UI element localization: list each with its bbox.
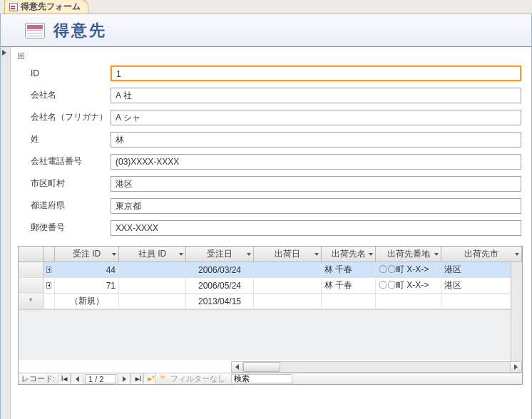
col-ship-name[interactable]: 出荷先名 <box>322 247 376 262</box>
cell-emp-id[interactable] <box>119 278 186 293</box>
form-body: ID 1 会社名 A 社 会社名（フリガナ） A シャ 姓 林 会社電話番号 (… <box>11 47 531 419</box>
label-company: 会社名 <box>31 89 111 101</box>
nav-search-input[interactable] <box>231 374 292 383</box>
sub-empty-area <box>19 309 522 360</box>
sub-row-expand[interactable] <box>44 278 55 293</box>
nav-last-button[interactable]: ►I <box>131 373 143 384</box>
sub-row-selector[interactable] <box>19 262 44 277</box>
label-zip: 郵便番号 <box>31 222 111 234</box>
nav-filter-status[interactable]: フィルターなし <box>156 373 231 384</box>
sub-vscrollbar[interactable] <box>511 262 522 361</box>
input-city[interactable]: 港区 <box>111 176 521 192</box>
col-ship-addr[interactable]: 出荷先番地 <box>376 247 441 262</box>
cell-order-date[interactable]: 2006/05/24 <box>186 278 254 293</box>
dropdown-icon <box>247 253 251 256</box>
nav-new-button[interactable]: ►* <box>143 373 156 384</box>
cell-ship-addr[interactable]: 〇〇町 X-X-> <box>376 262 441 277</box>
dropdown-icon <box>179 253 183 256</box>
cell-ship-date[interactable] <box>254 294 322 309</box>
plus-icon <box>46 282 51 289</box>
cell-ship-name[interactable]: 林 千春 <box>322 278 376 293</box>
cell-emp-id[interactable] <box>119 294 186 309</box>
col-emp-id[interactable]: 社員 ID <box>119 247 186 262</box>
sub-nav-bar: レコード: I◄ 1 / 2 ►I ►* フィルターなし <box>19 373 522 384</box>
scroll-right-button[interactable] <box>510 362 521 372</box>
scroll-left-button[interactable] <box>232 362 243 372</box>
form-icon <box>9 3 18 11</box>
sub-datasheet: 受注 ID 社員 ID 受注日 出荷日 出荷先名 出荷先番地 出荷先市 44 2… <box>18 246 523 385</box>
label-id: ID <box>31 68 111 78</box>
cell-order-id[interactable]: 44 <box>55 262 119 277</box>
sub-row[interactable]: 71 2006/05/24 林 千春 〇〇町 X-X-> 港区 <box>19 278 522 294</box>
cell-ship-addr[interactable]: 〇〇町 X-X-> <box>376 278 441 293</box>
cell-order-id[interactable]: 71 <box>55 278 119 293</box>
col-order-date[interactable]: 受注日 <box>186 247 254 262</box>
expand-toggle[interactable] <box>18 53 24 59</box>
nav-position[interactable]: 1 / 2 <box>85 374 116 383</box>
dropdown-icon <box>112 253 116 256</box>
form-header: 得意先 <box>1 14 531 47</box>
dropdown-icon <box>515 253 519 256</box>
scroll-track[interactable] <box>243 362 510 372</box>
nav-first-button[interactable]: I◄ <box>58 373 71 384</box>
label-phone: 会社電話番号 <box>31 155 111 167</box>
sub-expand-header <box>44 247 55 262</box>
cell-ship-addr[interactable] <box>376 294 441 309</box>
form-area: 得意先 ID 1 会社名 A 社 会社名（フリガナ） A シャ 姓 林 会社電話… <box>0 14 532 419</box>
sub-row-expand <box>44 294 55 309</box>
form-header-icon <box>25 23 45 38</box>
sub-row-selector[interactable] <box>19 278 44 293</box>
input-kana[interactable]: A シャ <box>111 110 521 125</box>
sub-row-selector[interactable]: * <box>19 294 44 309</box>
scroll-thumb[interactable] <box>243 362 280 372</box>
input-phone[interactable]: (03)XXXX-XXXX <box>111 154 521 170</box>
nav-next-button[interactable] <box>118 373 131 384</box>
cell-ship-date[interactable] <box>254 262 322 277</box>
form-title: 得意先 <box>53 20 107 41</box>
field-list: ID 1 会社名 A 社 会社名（フリガナ） A シャ 姓 林 会社電話番号 (… <box>31 62 521 239</box>
plus-icon <box>46 267 51 273</box>
input-pref[interactable]: 東京都 <box>111 198 521 214</box>
nav-label: レコード: <box>19 373 58 384</box>
label-city: 市区町村 <box>31 177 111 190</box>
cell-order-id[interactable]: （新規） <box>55 294 119 309</box>
sub-record-selector-header[interactable] <box>19 247 44 262</box>
tab-label: 得意先フォーム <box>21 1 81 13</box>
label-pref: 都道府県 <box>31 200 111 212</box>
tab-bar: 得意先フォーム <box>0 0 532 14</box>
cell-ship-name[interactable]: 林 千春 <box>322 262 376 277</box>
dropdown-icon <box>434 253 439 256</box>
nav-prev-button[interactable] <box>71 373 83 384</box>
sub-row-new[interactable]: * （新規） 2013/04/15 <box>19 294 522 309</box>
record-selector-bar[interactable] <box>1 47 11 419</box>
input-company[interactable]: A 社 <box>111 88 521 103</box>
cell-order-date[interactable]: 2013/04/15 <box>186 294 254 309</box>
dropdown-icon <box>314 253 319 256</box>
cell-ship-date[interactable] <box>254 278 322 293</box>
current-record-icon <box>2 50 6 56</box>
sub-header-row: 受注 ID 社員 ID 受注日 出荷日 出荷先名 出荷先番地 出荷先市 <box>19 247 522 262</box>
nav-search <box>231 373 522 384</box>
cell-ship-name[interactable] <box>322 294 376 309</box>
sub-hscrollbar[interactable] <box>231 361 522 373</box>
new-record-icon: * <box>29 296 33 306</box>
cell-order-date[interactable]: 2006/03/24 <box>186 262 254 277</box>
input-surname[interactable]: 林 <box>111 132 521 148</box>
input-zip[interactable]: XXX-XXXX <box>111 220 521 236</box>
cell-emp-id[interactable] <box>119 262 186 277</box>
col-order-id[interactable]: 受注 ID <box>55 247 119 262</box>
input-id[interactable]: 1 <box>111 66 521 81</box>
dropdown-icon <box>369 253 373 256</box>
sub-row-expand[interactable] <box>44 262 55 277</box>
label-kana: 会社名（フリガナ） <box>31 111 111 123</box>
col-ship-date[interactable]: 出荷日 <box>254 247 322 262</box>
col-ship-city[interactable]: 出荷先市 <box>441 247 522 262</box>
sub-row[interactable]: 44 2006/03/24 林 千春 〇〇町 X-X-> 港区 <box>19 262 522 278</box>
tab-customer-form[interactable]: 得意先フォーム <box>4 0 88 14</box>
label-surname: 姓 <box>31 133 111 145</box>
